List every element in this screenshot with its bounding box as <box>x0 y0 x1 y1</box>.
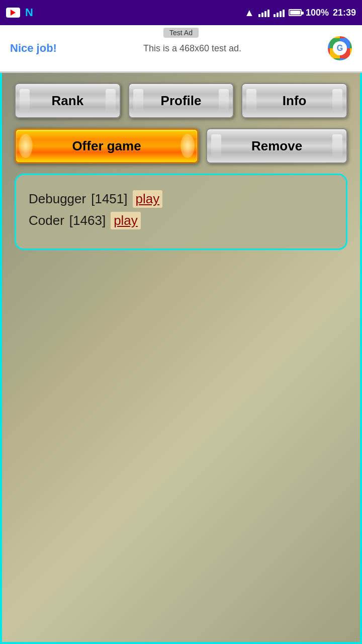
google-g-letter: G <box>333 41 347 55</box>
offer-rating-1: [1463] <box>69 213 106 228</box>
battery-icon <box>289 9 302 16</box>
ad-label: Test Ad <box>163 28 199 38</box>
ad-banner: Test Ad Nice job! This is a 468x60 test … <box>0 25 362 73</box>
ad-nicejob: Nice job! <box>10 42 57 55</box>
offers-panel: Debugger [1451] play Coder [1463] play <box>15 174 347 250</box>
nav-button-row: Rank Profile Info <box>15 83 347 118</box>
google-icon[interactable]: G <box>328 36 352 60</box>
wifi-icon: ▲ <box>244 7 254 19</box>
youtube-icon <box>6 8 20 18</box>
rank-button[interactable]: Rank <box>15 83 121 118</box>
offer-rating-0: [1451] <box>91 191 127 207</box>
offer-name-1: Coder <box>29 213 64 228</box>
clock: 21:39 <box>333 8 356 18</box>
n-icon: N <box>25 6 33 19</box>
profile-button[interactable]: Profile <box>128 83 234 118</box>
info-button[interactable]: Info <box>241 83 347 118</box>
offer-name-0: Debugger <box>29 191 86 207</box>
offer-row-1: Coder [1463] play <box>29 212 333 229</box>
offer-play-0[interactable]: play <box>133 190 163 208</box>
ad-text: This is a 468x60 test ad. <box>143 43 241 54</box>
battery-percent: 100% <box>306 8 329 18</box>
action-button-row: Offer game Remove <box>15 128 347 164</box>
status-bar: N ▲ 100% 21:39 <box>0 0 362 25</box>
signal-icon-2 <box>274 8 285 17</box>
remove-button[interactable]: Remove <box>206 128 347 164</box>
signal-icon-1 <box>258 8 269 17</box>
main-content: Rank Profile Info Offer game Remove Debu… <box>0 73 362 644</box>
status-right-icons: ▲ 100% 21:39 <box>244 7 356 19</box>
offer-row-0: Debugger [1451] play <box>29 190 333 208</box>
offer-game-button[interactable]: Offer game <box>15 128 199 164</box>
offer-play-1[interactable]: play <box>111 212 141 229</box>
status-left-icons: N <box>6 6 33 19</box>
